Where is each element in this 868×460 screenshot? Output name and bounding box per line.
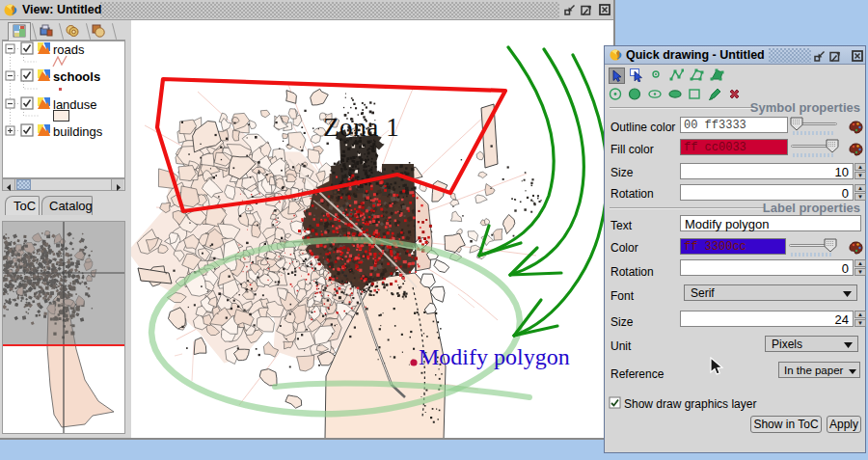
svg-text:Zona 1: Zona 1 bbox=[323, 113, 399, 142]
svg-text:Modify polygon: Modify polygon bbox=[419, 344, 570, 369]
